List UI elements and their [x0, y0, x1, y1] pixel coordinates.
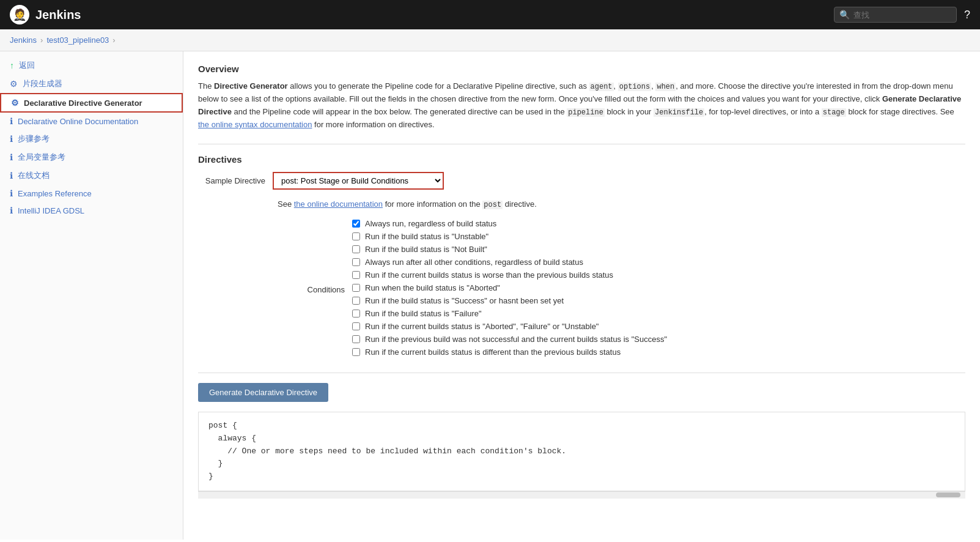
condition-checkbox-failure[interactable] — [352, 310, 360, 317]
when-code: when — [655, 83, 676, 91]
online-doc-icon: ℹ — [10, 171, 13, 180]
topbar-right: 🔍 ? — [834, 7, 970, 23]
condition-checkbox-worse[interactable] — [352, 271, 360, 279]
sidebar-item-declarative-doc-label: Declarative Online Documentation — [18, 117, 138, 126]
sidebar-item-back[interactable]: ↑ 返回 — [0, 56, 183, 75]
jenkins-logo: 🤵 — [10, 5, 29, 24]
condition-label-success-hasnot: Run if the build status is "Success" or … — [365, 296, 564, 305]
doc-link-suffix: for more information on the — [385, 199, 483, 209]
directives-section: Directives Sample Directive post: Post S… — [198, 154, 965, 360]
main-content: Overview The Directive Generator allows … — [183, 51, 980, 540]
conditions-row: Conditions Always run, regardless of bui… — [278, 219, 965, 360]
sidebar-item-examples-ref[interactable]: ℹ Examples Reference — [0, 185, 183, 202]
jenkinsfile-code: Jenkinsfile — [654, 108, 704, 117]
condition-checkbox-always[interactable] — [352, 220, 360, 228]
sample-directive-label: Sample Directive — [198, 176, 265, 185]
condition-label-aborted: Run when the build status is "Aborted" — [365, 283, 500, 292]
code-output: post { always { // One or more steps nee… — [198, 412, 965, 491]
condition-label-always: Always run, regardless of build status — [365, 219, 496, 228]
sidebar-item-snippet-label: 片段生成器 — [23, 78, 62, 89]
post-code: post — [482, 201, 503, 209]
snippet-gen-icon: ⚙ — [10, 79, 18, 89]
condition-checkbox-success-hasnot[interactable] — [352, 297, 360, 305]
condition-label-always-after: Always run after all other conditions, r… — [365, 258, 583, 267]
sidebar-item-intellij[interactable]: ℹ IntelliJ IDEA GDSL — [0, 202, 183, 219]
steps-ref-icon: ℹ — [10, 134, 13, 144]
sidebar-item-steps-ref[interactable]: ℹ 步骤参考 — [0, 130, 183, 148]
agent-code: agent — [589, 83, 614, 91]
topbar-left: 🤵 Jenkins — [10, 5, 81, 24]
sidebar-item-global-vars[interactable]: ℹ 全局变量参考 — [0, 148, 183, 166]
search-input[interactable] — [853, 10, 951, 20]
breadcrumb-sep-1: › — [40, 35, 43, 45]
condition-item-success-hasnot: Run if the build status is "Success" or … — [352, 296, 667, 305]
breadcrumb-jenkins[interactable]: Jenkins — [10, 35, 37, 45]
condition-checkbox-different[interactable] — [352, 348, 360, 356]
directive-dropdown[interactable]: post: Post Stage or Build Conditionsagen… — [273, 172, 444, 190]
breadcrumb-sep-2: › — [112, 35, 115, 45]
condition-item-worse: Run if the current builds status is wors… — [352, 270, 667, 280]
online-doc-link[interactable]: the online documentation — [294, 199, 383, 209]
condition-checkbox-prev-not-success[interactable] — [352, 335, 360, 343]
sidebar: ↑ 返回 ⚙ 片段生成器 ⚙ Declarative Directive Gen… — [0, 51, 183, 540]
topbar: 🤵 Jenkins 🔍 ? — [0, 0, 980, 29]
condition-item-aborted: Run when the build status is "Aborted" — [352, 283, 667, 292]
condition-item-prev-not-success: Run if the previous build was not succes… — [352, 335, 667, 344]
stage-code: stage — [822, 108, 846, 117]
search-icon: 🔍 — [839, 10, 850, 20]
breadcrumb-pipeline[interactable]: test03_pipeline03 — [46, 35, 109, 45]
back-icon: ↑ — [10, 61, 14, 70]
declarative-gen-icon: ⚙ — [11, 98, 19, 108]
condition-item-always-after: Always run after all other conditions, r… — [352, 258, 667, 267]
intellij-icon: ℹ — [10, 206, 13, 215]
sidebar-item-back-label: 返回 — [19, 60, 35, 71]
section-divider-2 — [198, 373, 965, 373]
sidebar-item-intellij-label: IntelliJ IDEA GDSL — [18, 206, 84, 215]
sidebar-item-declarative-gen[interactable]: ⚙ Declarative Directive Generator — [0, 93, 183, 113]
section-divider-1 — [198, 144, 965, 144]
condition-checkbox-not-built[interactable] — [352, 245, 360, 253]
generate-button[interactable]: Generate Declarative Directive — [198, 383, 328, 402]
condition-checkbox-aborted[interactable] — [352, 284, 360, 292]
pipeline-code: pipeline — [567, 108, 605, 117]
help-icon[interactable]: ? — [964, 9, 970, 21]
sidebar-item-examples-label: Examples Reference — [18, 189, 92, 198]
condition-checkbox-aborted-failure-unstable[interactable] — [352, 322, 360, 330]
condition-checkbox-unstable[interactable] — [352, 232, 360, 240]
sidebar-item-declarative-label: Declarative Directive Generator — [24, 98, 142, 108]
syntax-doc-link[interactable]: the online syntax documentation — [198, 120, 312, 129]
declarative-doc-icon: ℹ — [10, 116, 13, 126]
condition-label-aborted-failure-unstable: Run if the current builds status is "Abo… — [365, 322, 599, 331]
overview-section: Overview The Directive Generator allows … — [198, 64, 965, 132]
directive-generator-bold: Directive Generator — [214, 81, 288, 91]
conditions-section: Conditions Always run, regardless of bui… — [278, 219, 965, 360]
conditions-list: Always run, regardless of build statusRu… — [352, 219, 667, 360]
search-box[interactable]: 🔍 — [834, 7, 957, 23]
global-vars-icon: ℹ — [10, 152, 13, 162]
condition-item-always: Always run, regardless of build status — [352, 219, 667, 228]
conditions-label: Conditions — [278, 285, 345, 294]
examples-ref-icon: ℹ — [10, 188, 13, 198]
directives-title: Directives — [198, 154, 965, 165]
sample-directive-row: Sample Directive post: Post Stage or Bui… — [198, 172, 965, 190]
condition-label-unstable: Run if the build status is "Unstable" — [365, 232, 488, 241]
condition-checkbox-always-after[interactable] — [352, 258, 360, 266]
sidebar-item-declarative-doc[interactable]: ℹ Declarative Online Documentation — [0, 113, 183, 130]
condition-label-prev-not-success: Run if the previous build was not succes… — [365, 335, 667, 344]
overview-text: The Directive Generator allows you to ge… — [198, 80, 965, 132]
scrollbar-area[interactable] — [198, 491, 965, 499]
condition-label-worse: Run if the current builds status is wors… — [365, 270, 613, 280]
condition-label-failure: Run if the build status is "Failure" — [365, 309, 482, 318]
overview-title: Overview — [198, 64, 965, 74]
sidebar-item-snippet-gen[interactable]: ⚙ 片段生成器 — [0, 75, 183, 93]
doc-link-suffix2: directive. — [503, 199, 537, 209]
sidebar-item-global-label: 全局变量参考 — [18, 152, 65, 163]
scrollbar-thumb[interactable] — [936, 492, 960, 497]
sidebar-item-steps-label: 步骤参考 — [18, 133, 50, 144]
condition-label-different: Run if the current builds status is diff… — [365, 347, 621, 357]
condition-item-failure: Run if the build status is "Failure" — [352, 309, 667, 318]
condition-item-different: Run if the current builds status is diff… — [352, 347, 667, 357]
options-code: options — [618, 83, 651, 91]
doc-link-row: See the online documentation for more in… — [278, 199, 965, 209]
sidebar-item-online-doc[interactable]: ℹ 在线文档 — [0, 166, 183, 185]
